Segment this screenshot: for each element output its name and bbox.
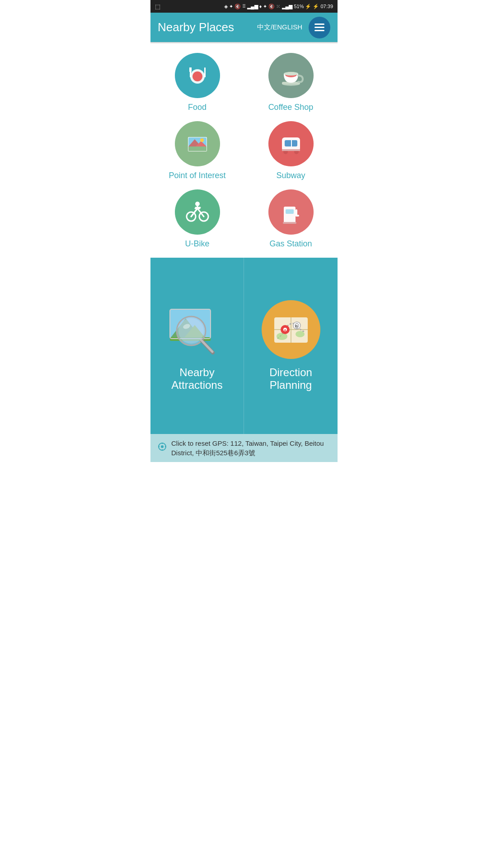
ubike-icon <box>183 198 212 226</box>
svg-text:A: A <box>284 328 286 332</box>
coffee-icon <box>277 61 305 90</box>
svg-rect-16 <box>188 146 206 151</box>
gas-icon-circle <box>268 189 314 235</box>
food-label: Food <box>188 103 206 112</box>
mute-icon: 🔇 <box>235 4 241 9</box>
svg-point-52 <box>296 331 305 337</box>
bottom-tiles: Nearby Attractions A <box>150 258 338 434</box>
svg-rect-22 <box>282 149 300 151</box>
nearby-attractions-label: Nearby Attractions <box>160 366 235 392</box>
poi-label: Point of Interest <box>169 171 225 180</box>
category-subway[interactable]: Subway <box>244 121 338 180</box>
svg-point-15 <box>200 138 204 142</box>
direction-planning-label: Direction Planning <box>253 366 328 392</box>
svg-text:B: B <box>295 324 298 328</box>
map-svg: A B <box>266 305 316 354</box>
coffee-icon-circle <box>268 53 314 98</box>
svg-point-9 <box>284 72 298 75</box>
nearby-attractions-icon <box>168 300 226 359</box>
gps-icon <box>158 442 167 454</box>
status-left-icon: ⬚ <box>155 3 160 10</box>
status-icons: ◈ ✦ 🔇 ⠿ ▂▄▆ ♦ ✦ 🔇 ⁙ ▂▄▆ 51% ⚡ ⚡ 07:39 <box>224 4 333 9</box>
bluetooth-icon: ✦ <box>229 4 233 9</box>
svg-point-1 <box>192 71 202 81</box>
coffee-label: Coffee Shop <box>268 103 314 112</box>
subway-label: Subway <box>276 171 305 180</box>
food-icon-circle <box>175 53 220 98</box>
language-switch[interactable]: 中文/ENGLISH <box>257 23 302 32</box>
svg-line-45 <box>201 340 212 352</box>
gas-label: Gas Station <box>269 239 312 249</box>
network-icon: ⠿ <box>242 4 246 9</box>
location-icon: ◈ <box>224 4 228 9</box>
tile-direction-planning[interactable]: A B Direction Planning <box>244 258 338 434</box>
menu-button[interactable] <box>309 17 330 38</box>
time: 07:39 <box>320 4 333 9</box>
svg-rect-32 <box>284 207 296 223</box>
subway-icon-circle <box>268 121 314 166</box>
svg-rect-35 <box>296 215 299 217</box>
svg-rect-4 <box>191 67 192 72</box>
battery-percent: ♦ ✦ 🔇 ⁙ ▂▄▆ 51% ⚡ <box>259 4 312 9</box>
svg-rect-36 <box>283 222 296 224</box>
tile-nearby-attractions[interactable]: Nearby Attractions <box>150 258 244 434</box>
app-header: Nearby Places 中文/ENGLISH <box>150 13 338 42</box>
svg-rect-19 <box>291 140 292 146</box>
svg-rect-33 <box>286 209 294 214</box>
poi-icon-circle <box>175 121 220 166</box>
gps-text: Click to reset GPS: 112, Taiwan, Taipei … <box>171 439 330 458</box>
battery-icon: ⚡ <box>313 4 319 9</box>
poi-icon <box>183 129 212 158</box>
ubike-icon-circle <box>175 189 220 235</box>
subway-icon <box>277 129 305 158</box>
food-icon <box>184 62 211 89</box>
ubike-label: U-Bike <box>185 239 209 249</box>
category-ubike[interactable]: U-Bike <box>150 189 244 249</box>
svg-point-59 <box>161 445 164 448</box>
categories-grid: Food Coffee Shop <box>150 44 338 253</box>
signal-icon: ▂▄▆ <box>247 4 258 9</box>
svg-rect-3 <box>189 67 190 72</box>
svg-point-31 <box>195 202 200 206</box>
gas-icon <box>277 198 305 226</box>
category-poi[interactable]: Point of Interest <box>150 121 244 180</box>
magnifier-svg <box>168 300 226 359</box>
app-title: Nearby Places <box>158 20 257 34</box>
svg-rect-5 <box>204 67 206 77</box>
footer-gps-bar[interactable]: Click to reset GPS: 112, Taiwan, Taipei … <box>150 434 338 462</box>
category-coffee[interactable]: Coffee Shop <box>244 53 338 112</box>
menu-icon <box>314 24 324 31</box>
category-gas[interactable]: Gas Station <box>244 189 338 249</box>
status-bar: ⬚ ◈ ✦ 🔇 ⠿ ▂▄▆ ♦ ✦ 🔇 ⁙ ▂▄▆ 51% ⚡ ⚡ 07:39 <box>150 0 338 13</box>
category-food[interactable]: Food <box>150 53 244 112</box>
direction-planning-icon: A B <box>262 300 320 359</box>
